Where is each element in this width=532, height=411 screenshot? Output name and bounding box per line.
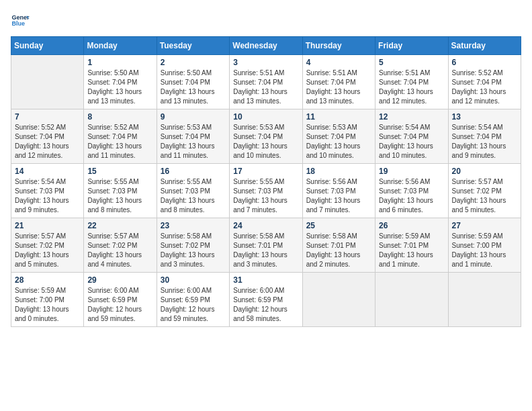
day-number: 21 [15, 221, 80, 230]
table-row [375, 273, 448, 327]
day-info: Sunrise: 5:57 AM Sunset: 7:02 PM Dayligh… [452, 177, 517, 215]
day-info: Sunrise: 6:00 AM Sunset: 6:59 PM Dayligh… [161, 286, 226, 324]
table-row: 25Sunrise: 5:58 AM Sunset: 7:01 PM Dayli… [302, 218, 375, 273]
table-row: 1Sunrise: 5:50 AM Sunset: 7:04 PM Daylig… [84, 55, 157, 109]
day-number: 18 [306, 167, 371, 176]
day-info: Sunrise: 5:58 AM Sunset: 7:01 PM Dayligh… [233, 232, 298, 269]
table-row: 3Sunrise: 5:51 AM Sunset: 7:04 PM Daylig… [230, 55, 302, 109]
table-row [11, 55, 84, 109]
day-info: Sunrise: 6:00 AM Sunset: 6:59 PM Dayligh… [233, 286, 298, 324]
table-row: 9Sunrise: 5:53 AM Sunset: 7:04 PM Daylig… [157, 109, 229, 164]
table-row: 21Sunrise: 5:57 AM Sunset: 7:02 PM Dayli… [11, 218, 84, 273]
table-row [302, 273, 375, 327]
day-number: 14 [15, 167, 80, 176]
table-row: 19Sunrise: 5:56 AM Sunset: 7:03 PM Dayli… [375, 164, 448, 218]
weekday-header-tuesday: Tuesday [157, 37, 229, 55]
day-info: Sunrise: 6:00 AM Sunset: 6:59 PM Dayligh… [87, 286, 152, 324]
day-number: 2 [161, 58, 226, 67]
logo-icon: General Blue [11, 11, 30, 30]
day-number: 29 [87, 275, 152, 285]
day-number: 30 [161, 275, 226, 285]
weekday-header-sunday: Sunday [11, 37, 84, 55]
day-info: Sunrise: 5:51 AM Sunset: 7:04 PM Dayligh… [233, 68, 298, 106]
table-row: 5Sunrise: 5:51 AM Sunset: 7:04 PM Daylig… [375, 55, 448, 109]
table-row: 2Sunrise: 5:50 AM Sunset: 7:04 PM Daylig… [157, 55, 229, 109]
table-row: 10Sunrise: 5:53 AM Sunset: 7:04 PM Dayli… [230, 109, 302, 164]
weekday-header-monday: Monday [84, 37, 157, 55]
day-info: Sunrise: 5:59 AM Sunset: 7:00 PM Dayligh… [452, 232, 517, 269]
table-row: 12Sunrise: 5:54 AM Sunset: 7:04 PM Dayli… [375, 109, 448, 164]
table-row: 8Sunrise: 5:52 AM Sunset: 7:04 PM Daylig… [84, 109, 157, 164]
table-row: 11Sunrise: 5:53 AM Sunset: 7:04 PM Dayli… [302, 109, 375, 164]
logo: General Blue [11, 11, 32, 30]
calendar-week-4: 21Sunrise: 5:57 AM Sunset: 7:02 PM Dayli… [11, 218, 521, 273]
day-info: Sunrise: 5:53 AM Sunset: 7:04 PM Dayligh… [233, 123, 298, 161]
day-info: Sunrise: 5:56 AM Sunset: 7:03 PM Dayligh… [306, 177, 371, 215]
table-row [448, 273, 521, 327]
day-number: 12 [379, 112, 444, 122]
day-number: 17 [233, 167, 298, 176]
weekday-header-friday: Friday [375, 37, 448, 55]
calendar-week-2: 7Sunrise: 5:52 AM Sunset: 7:04 PM Daylig… [11, 109, 521, 164]
day-number: 31 [233, 275, 298, 285]
table-row: 26Sunrise: 5:59 AM Sunset: 7:01 PM Dayli… [375, 218, 448, 273]
table-row: 31Sunrise: 6:00 AM Sunset: 6:59 PM Dayli… [230, 273, 302, 327]
table-row: 14Sunrise: 5:54 AM Sunset: 7:03 PM Dayli… [11, 164, 84, 218]
day-number: 11 [306, 112, 371, 122]
day-info: Sunrise: 5:52 AM Sunset: 7:04 PM Dayligh… [452, 68, 517, 106]
day-number: 4 [306, 58, 371, 67]
day-number: 25 [306, 221, 371, 230]
table-row: 16Sunrise: 5:55 AM Sunset: 7:03 PM Dayli… [157, 164, 229, 218]
weekday-header-wednesday: Wednesday [230, 37, 302, 55]
day-info: Sunrise: 5:53 AM Sunset: 7:04 PM Dayligh… [306, 123, 371, 161]
day-info: Sunrise: 5:54 AM Sunset: 7:04 PM Dayligh… [452, 123, 517, 161]
table-row: 6Sunrise: 5:52 AM Sunset: 7:04 PM Daylig… [448, 55, 521, 109]
table-row: 20Sunrise: 5:57 AM Sunset: 7:02 PM Dayli… [448, 164, 521, 218]
table-row: 27Sunrise: 5:59 AM Sunset: 7:00 PM Dayli… [448, 218, 521, 273]
page-header: General Blue [11, 11, 521, 30]
day-info: Sunrise: 5:59 AM Sunset: 7:00 PM Dayligh… [15, 286, 80, 324]
day-number: 6 [452, 58, 517, 67]
table-row: 23Sunrise: 5:58 AM Sunset: 7:02 PM Dayli… [157, 218, 229, 273]
day-number: 23 [161, 221, 226, 230]
day-info: Sunrise: 5:54 AM Sunset: 7:03 PM Dayligh… [15, 177, 80, 215]
day-info: Sunrise: 5:59 AM Sunset: 7:01 PM Dayligh… [379, 232, 444, 269]
table-row: 13Sunrise: 5:54 AM Sunset: 7:04 PM Dayli… [448, 109, 521, 164]
table-row: 29Sunrise: 6:00 AM Sunset: 6:59 PM Dayli… [84, 273, 157, 327]
day-number: 3 [233, 58, 298, 67]
day-number: 19 [379, 167, 444, 176]
day-number: 26 [379, 221, 444, 230]
table-row: 15Sunrise: 5:55 AM Sunset: 7:03 PM Dayli… [84, 164, 157, 218]
calendar-week-3: 14Sunrise: 5:54 AM Sunset: 7:03 PM Dayli… [11, 164, 521, 218]
day-info: Sunrise: 5:58 AM Sunset: 7:01 PM Dayligh… [306, 232, 371, 269]
day-info: Sunrise: 5:54 AM Sunset: 7:04 PM Dayligh… [379, 123, 444, 161]
day-info: Sunrise: 5:50 AM Sunset: 7:04 PM Dayligh… [87, 68, 152, 106]
calendar-week-1: 1Sunrise: 5:50 AM Sunset: 7:04 PM Daylig… [11, 55, 521, 109]
day-info: Sunrise: 5:57 AM Sunset: 7:02 PM Dayligh… [15, 232, 80, 269]
weekday-header-saturday: Saturday [448, 37, 521, 55]
day-info: Sunrise: 5:52 AM Sunset: 7:04 PM Dayligh… [87, 123, 152, 161]
table-row: 4Sunrise: 5:51 AM Sunset: 7:04 PM Daylig… [302, 55, 375, 109]
day-number: 28 [15, 275, 80, 285]
day-number: 10 [233, 112, 298, 122]
table-row: 28Sunrise: 5:59 AM Sunset: 7:00 PM Dayli… [11, 273, 84, 327]
day-info: Sunrise: 5:52 AM Sunset: 7:04 PM Dayligh… [15, 123, 80, 161]
day-number: 24 [233, 221, 298, 230]
table-row: 24Sunrise: 5:58 AM Sunset: 7:01 PM Dayli… [230, 218, 302, 273]
weekday-header-thursday: Thursday [302, 37, 375, 55]
table-row: 7Sunrise: 5:52 AM Sunset: 7:04 PM Daylig… [11, 109, 84, 164]
day-number: 9 [161, 112, 226, 122]
day-number: 16 [161, 167, 226, 176]
day-info: Sunrise: 5:56 AM Sunset: 7:03 PM Dayligh… [379, 177, 444, 215]
day-number: 1 [87, 58, 152, 67]
table-row: 30Sunrise: 6:00 AM Sunset: 6:59 PM Dayli… [157, 273, 229, 327]
day-number: 13 [452, 112, 517, 122]
day-number: 22 [87, 221, 152, 230]
svg-text:Blue: Blue [11, 20, 25, 27]
day-number: 7 [15, 112, 80, 122]
day-info: Sunrise: 5:53 AM Sunset: 7:04 PM Dayligh… [161, 123, 226, 161]
table-row: 17Sunrise: 5:55 AM Sunset: 7:03 PM Dayli… [230, 164, 302, 218]
day-info: Sunrise: 5:50 AM Sunset: 7:04 PM Dayligh… [161, 68, 226, 106]
table-row: 18Sunrise: 5:56 AM Sunset: 7:03 PM Dayli… [302, 164, 375, 218]
calendar-table: SundayMondayTuesdayWednesdayThursdayFrid… [11, 36, 521, 327]
